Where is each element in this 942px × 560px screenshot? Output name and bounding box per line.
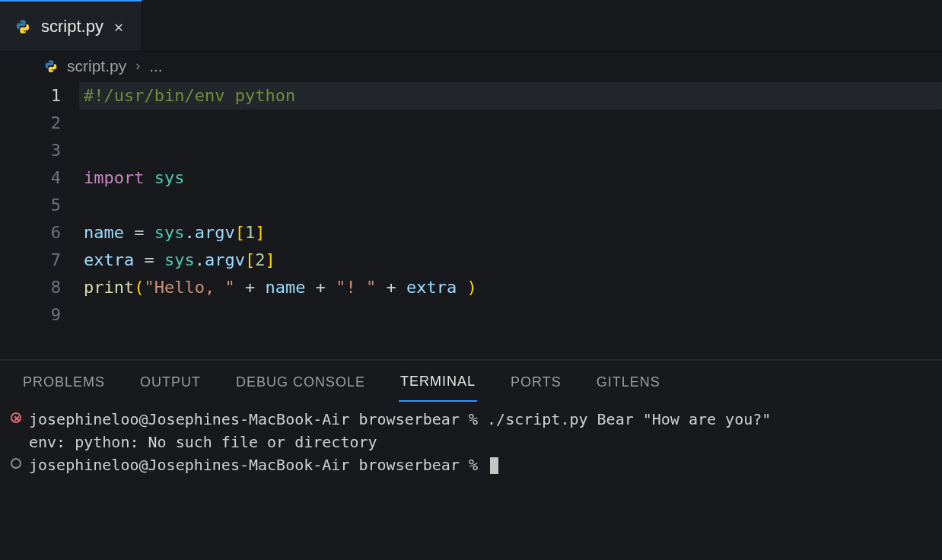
line-number: 7 xyxy=(0,247,61,274)
panel-tab-gitlens[interactable]: GITLENS xyxy=(595,374,662,390)
line-number: 9 xyxy=(0,301,61,329)
terminal-cursor xyxy=(490,457,498,474)
terminal-row: josephineloo@Josephines-MacBook-Air brow… xyxy=(11,408,931,453)
line-number: 6 xyxy=(0,219,61,247)
panel-tab-output[interactable]: OUTPUT xyxy=(138,374,202,390)
line-number: 1 xyxy=(0,82,61,110)
editor-tab-bar: script.py ✕ xyxy=(0,0,942,52)
line-number: 4 xyxy=(0,164,61,192)
code-editor[interactable]: 123456789 #!/usr/bin/env python import s… xyxy=(0,81,942,356)
code-line[interactable]: import sys xyxy=(84,168,184,187)
terminal-output[interactable]: josephineloo@Josephines-MacBook-Air brow… xyxy=(0,403,942,476)
line-number-gutter: 123456789 xyxy=(0,82,84,356)
terminal-text[interactable]: josephineloo@Josephines-MacBook-Air brow… xyxy=(29,453,498,476)
terminal-text[interactable]: josephineloo@Josephines-MacBook-Air brow… xyxy=(29,408,771,453)
panel-tab-bar: PROBLEMSOUTPUTDEBUG CONSOLETERMINALPORTS… xyxy=(0,361,942,403)
idle-status-icon xyxy=(11,458,21,469)
line-number: 8 xyxy=(0,274,61,301)
chevron-right-icon: › xyxy=(135,58,140,74)
bottom-panel: PROBLEMSOUTPUTDEBUG CONSOLETERMINALPORTS… xyxy=(0,359,942,560)
breadcrumb-symbol[interactable]: ... xyxy=(149,57,163,75)
python-file-icon xyxy=(44,59,58,73)
line-number: 2 xyxy=(0,110,61,137)
code-line[interactable]: #!/usr/bin/env python xyxy=(79,82,942,110)
breadcrumb-file[interactable]: script.py xyxy=(67,57,126,75)
editor-tab-script[interactable]: script.py ✕ xyxy=(0,0,142,51)
code-line[interactable]: extra = sys.argv[2] xyxy=(84,250,275,269)
error-status-icon xyxy=(11,412,21,423)
code-line[interactable]: name = sys.argv[1] xyxy=(84,223,265,242)
editor-tab-label: script.py xyxy=(41,17,103,37)
line-number: 5 xyxy=(0,192,61,219)
code-content[interactable]: #!/usr/bin/env python import sys name = … xyxy=(84,82,942,356)
breadcrumb[interactable]: script.py › ... xyxy=(0,52,942,81)
panel-tab-debug-console[interactable]: DEBUG CONSOLE xyxy=(234,374,367,390)
code-line[interactable] xyxy=(84,332,94,352)
code-line[interactable] xyxy=(84,196,94,215)
code-line[interactable] xyxy=(84,305,94,324)
python-file-icon xyxy=(15,19,30,34)
panel-tab-terminal[interactable]: TERMINAL xyxy=(399,374,477,402)
code-line[interactable] xyxy=(84,141,94,160)
terminal-row: josephineloo@Josephines-MacBook-Air brow… xyxy=(11,453,931,476)
code-line[interactable]: print("Hello, " + name + "! " + extra ) xyxy=(84,278,477,297)
panel-tab-ports[interactable]: PORTS xyxy=(509,374,563,390)
line-number: 3 xyxy=(0,137,61,164)
close-icon[interactable]: ✕ xyxy=(114,19,123,34)
panel-tab-problems[interactable]: PROBLEMS xyxy=(21,374,107,390)
